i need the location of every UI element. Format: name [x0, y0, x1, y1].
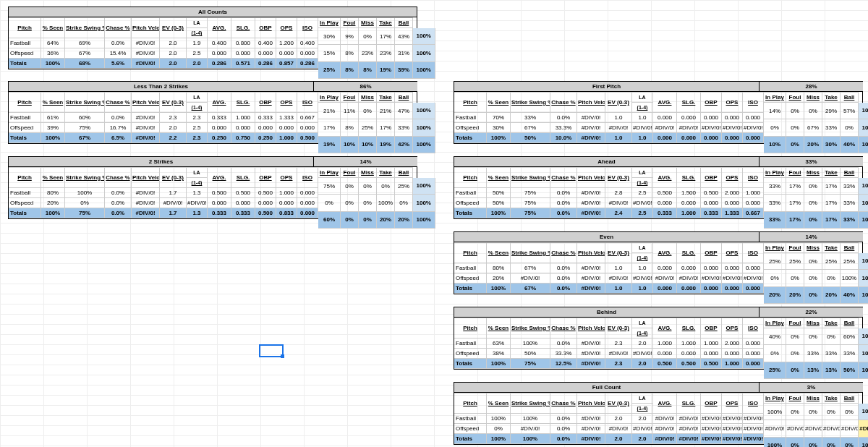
cell[interactable]: 0.0%	[550, 273, 577, 284]
cell[interactable]: 17%	[786, 178, 804, 195]
cell[interactable]: 0%	[841, 119, 859, 136]
cell[interactable]: #DIV/0!	[632, 349, 653, 359]
cell[interactable]: 0.0%	[105, 113, 132, 123]
cell[interactable]: 0%	[804, 253, 822, 270]
cell[interactable]: #DIV/0!	[743, 434, 764, 444]
cell[interactable]: #DIV/0!	[577, 198, 605, 208]
cell[interactable]: 0%	[804, 437, 822, 447]
cell[interactable]: 40%	[764, 328, 786, 345]
cell[interactable]: 0.500	[677, 359, 701, 369]
cell[interactable]: 0.000	[255, 48, 276, 59]
cell-total[interactable]: 100%	[859, 178, 869, 195]
cell[interactable]: 75%	[511, 188, 550, 198]
cell-total[interactable]: 100%	[859, 211, 869, 228]
cell[interactable]: 100%	[41, 59, 65, 69]
cell[interactable]: 2.3	[605, 339, 632, 349]
cell[interactable]: 0.000	[653, 263, 677, 273]
cell[interactable]: 33%	[822, 119, 841, 136]
cell[interactable]: #DIV/0!	[743, 273, 764, 284]
cell[interactable]: 2.0	[605, 434, 632, 444]
cell[interactable]: #DIV/0!	[653, 414, 677, 424]
cell[interactable]: 0.400	[297, 38, 318, 48]
cell[interactable]: 15%	[318, 45, 341, 61]
cell[interactable]: 69%	[65, 38, 105, 48]
cell[interactable]: 0.667	[743, 208, 764, 218]
cell[interactable]: 0%	[764, 345, 786, 362]
cell[interactable]: 0%	[804, 178, 822, 195]
cell[interactable]: 9%	[341, 28, 359, 45]
cell[interactable]: 25%	[764, 253, 786, 270]
cell[interactable]: 39%	[395, 61, 413, 78]
cell[interactable]: #DIV/0!	[743, 414, 764, 424]
cell-total[interactable]: 100%	[413, 28, 435, 45]
cell[interactable]: 0%	[822, 270, 841, 286]
cell-total[interactable]: 100%	[413, 103, 435, 119]
cell[interactable]: 2.3	[187, 113, 208, 123]
cell[interactable]: 0%	[804, 270, 822, 286]
cell[interactable]: 1.000	[743, 188, 764, 198]
cell-total[interactable]: 100%	[859, 270, 869, 286]
cell[interactable]: #DIV/0!	[653, 424, 677, 434]
cell[interactable]: #DIV/0!	[577, 434, 605, 444]
cell[interactable]: 0%	[786, 404, 804, 420]
cell[interactable]: 0.000	[722, 284, 743, 294]
cell[interactable]: 0.500	[255, 188, 276, 198]
cell[interactable]: 100%	[377, 195, 395, 211]
cell[interactable]: 2.0	[632, 359, 653, 369]
cell[interactable]: 50%	[841, 362, 859, 378]
cell[interactable]: #DIV/0!	[701, 273, 722, 284]
cell[interactable]: 0.000	[231, 198, 255, 208]
cell[interactable]: 0.500	[653, 359, 677, 369]
cell[interactable]: #DIV/0!	[632, 273, 653, 284]
cell[interactable]: 50%	[487, 198, 511, 208]
cell[interactable]: 17%	[377, 28, 395, 45]
cell[interactable]: #DIV/0!	[701, 123, 722, 133]
cell[interactable]: 15.4%	[105, 48, 132, 59]
cell[interactable]: 0.0%	[550, 208, 577, 218]
cell[interactable]: 2.5	[632, 188, 653, 198]
cell[interactable]: 75%	[511, 208, 550, 218]
cell[interactable]: 0.000	[743, 339, 764, 349]
cell[interactable]: #DIV/0!	[132, 59, 160, 69]
cell[interactable]: 1.333	[722, 208, 743, 218]
cell[interactable]: 0.000	[276, 48, 297, 59]
cell-total[interactable]: 100%	[859, 119, 869, 136]
cell[interactable]: #DIV/0!	[511, 424, 550, 434]
cell[interactable]: 6.5%	[105, 133, 132, 143]
cell[interactable]: #DIV/0!	[722, 424, 743, 434]
cell[interactable]: 0.0%	[105, 208, 132, 218]
cell[interactable]: 1.9	[187, 38, 208, 48]
cell[interactable]: #DIV/0!	[577, 208, 605, 218]
cell[interactable]: 100%	[487, 434, 511, 444]
cell[interactable]: 63%	[487, 339, 511, 349]
cell[interactable]: 23%	[359, 45, 377, 61]
row-offspeed-label[interactable]: Offspeed	[454, 349, 487, 359]
row-fastball-label[interactable]: Fastball	[9, 188, 41, 198]
cell[interactable]: 0.400	[255, 38, 276, 48]
row-offspeed-label[interactable]: Offspeed	[9, 123, 41, 133]
cell[interactable]: 0.333	[653, 208, 677, 218]
cell[interactable]: 8%	[341, 119, 359, 136]
row-offspeed-label[interactable]: Offspeed	[454, 424, 487, 434]
cell[interactable]: 75%	[65, 123, 105, 133]
cell[interactable]: 100%	[841, 270, 859, 286]
cell[interactable]: 0%	[786, 136, 804, 153]
cell[interactable]: 8%	[341, 61, 359, 78]
cell[interactable]: 0.000	[231, 48, 255, 59]
cell[interactable]: 40%	[841, 286, 859, 303]
cell[interactable]: 19%	[318, 136, 341, 153]
cell-total[interactable]: 100%	[859, 103, 869, 119]
cell[interactable]: 100%	[764, 404, 786, 420]
cell[interactable]: 30%	[822, 136, 841, 153]
cell[interactable]: 17%	[822, 178, 841, 195]
cell[interactable]: 33%	[764, 178, 786, 195]
cell[interactable]: 0.0%	[550, 339, 577, 349]
cell[interactable]: 33%	[764, 195, 786, 211]
cell-total[interactable]: 100%	[413, 136, 435, 153]
cell[interactable]: 2.8	[605, 188, 632, 198]
cell[interactable]: 0.000	[677, 133, 701, 143]
cell[interactable]: #DIV/0!	[677, 424, 701, 434]
cell-total[interactable]: 100%	[413, 211, 435, 228]
cell[interactable]: 0%	[487, 424, 511, 434]
row-fastball-label[interactable]: Fastball	[454, 113, 487, 123]
